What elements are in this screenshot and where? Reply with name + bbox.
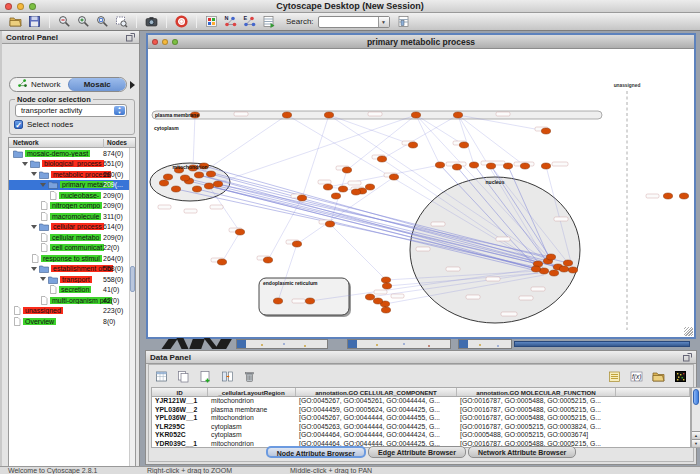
select-nodes-checkbox[interactable]: ✓ [14, 120, 23, 129]
help-icon[interactable] [174, 14, 189, 29]
float-panel-icon[interactable] [126, 33, 135, 42]
scroll-up-icon[interactable]: ▲ [692, 431, 700, 439]
background-window-fragment[interactable] [163, 337, 233, 349]
graph-node[interactable] [435, 162, 444, 168]
graph-node[interactable] [171, 186, 180, 192]
graph-node[interactable] [365, 184, 374, 190]
delete-attribute-icon[interactable] [242, 369, 257, 384]
graph-node[interactable] [452, 164, 461, 170]
search-input[interactable]: ▼ [318, 16, 390, 28]
graph-node[interactable] [338, 186, 347, 192]
graph-node[interactable] [365, 294, 374, 300]
disclosure-triangle-icon[interactable] [22, 162, 28, 166]
tab-edge-attribute-browser[interactable]: Edge Attribute Browser [368, 446, 466, 458]
disclosure-triangle-icon[interactable] [31, 172, 37, 176]
matrix-view-icon[interactable] [673, 369, 688, 384]
tree-row[interactable]: nucleobase-209(0) [9, 190, 135, 201]
attribute-table[interactable]: ID_cellularLayoutRegionannotation.GO CEL… [151, 387, 691, 448]
tree-row[interactable]: mosaic-demo-yeast874(0) [9, 148, 135, 159]
tree-row[interactable]: nitrogen compo209(0) [9, 201, 135, 212]
background-window-fragment[interactable] [236, 339, 328, 349]
graph-node[interactable] [323, 184, 332, 190]
graph-node[interactable] [408, 142, 417, 148]
tree-row[interactable]: macromolecule311(0) [9, 211, 135, 222]
graph-node[interactable] [235, 229, 244, 235]
column-header[interactable]: ID [152, 388, 208, 396]
graph-node[interactable] [180, 175, 189, 181]
open-icon[interactable] [8, 14, 23, 29]
new-attribute-icon[interactable] [198, 369, 213, 384]
graph-node[interactable] [679, 193, 688, 199]
graph-node[interactable] [351, 189, 360, 195]
graph-node[interactable] [263, 257, 272, 263]
graph-node[interactable] [297, 195, 306, 201]
layout-nodes-icon[interactable]: N [223, 14, 238, 29]
table-row[interactable]: YKR052Ccytoplasm[GO:0044464, GO:0044444,… [152, 431, 690, 440]
disclosure-triangle-icon[interactable] [31, 267, 37, 271]
table-row[interactable]: YLR295Ccytoplasm[GO:0045263, GO:0044444,… [152, 423, 690, 432]
graph-node[interactable] [324, 112, 333, 118]
graph-node[interactable] [520, 163, 529, 169]
attribute-setup-icon[interactable] [396, 14, 411, 29]
snapshot-icon[interactable] [144, 14, 159, 29]
tab-node-attribute-browser[interactable]: Node Attribute Browser [266, 446, 366, 458]
column-header[interactable]: annotation.GO MOLECULAR_FUNCTION [457, 388, 616, 396]
table-row[interactable]: YPL036W__2plasma membrane[GO:0044459, GO… [152, 406, 690, 415]
graph-node[interactable] [486, 163, 495, 169]
background-window-fragment[interactable] [458, 339, 512, 349]
zoom-selected-icon[interactable] [114, 14, 129, 29]
search-dropdown-arrow[interactable]: ▼ [378, 17, 389, 27]
graph-node[interactable] [546, 254, 555, 260]
graph-node[interactable] [453, 112, 462, 118]
formula-builder-icon[interactable]: f(x) [629, 369, 644, 384]
attribute-list-icon[interactable] [607, 369, 622, 384]
tree-scrollbar[interactable] [129, 148, 135, 474]
graph-node[interactable] [217, 259, 226, 265]
graph-node[interactable] [381, 307, 390, 313]
graph-node[interactable] [163, 174, 172, 180]
graph-node[interactable] [292, 241, 301, 247]
zoom-out-icon[interactable] [57, 14, 72, 29]
vizmapper-icon[interactable] [204, 14, 219, 29]
graph-node[interactable] [382, 283, 391, 289]
color-attribute-dropdown[interactable]: transporter activity ▲▼ [15, 104, 127, 117]
graph-node[interactable] [541, 163, 550, 169]
disclosure-triangle-icon[interactable] [40, 277, 46, 281]
graph-node[interactable] [568, 267, 577, 273]
graph-node[interactable] [663, 193, 672, 199]
graph-node[interactable] [342, 167, 351, 173]
graph-node[interactable] [159, 180, 168, 186]
tree-row[interactable]: unassigned223(0) [9, 306, 135, 317]
graph-node[interactable] [469, 162, 478, 168]
graph-node[interactable] [373, 298, 382, 304]
graph-node[interactable] [563, 260, 572, 266]
graph-node[interactable] [206, 171, 215, 177]
column-header[interactable]: annotation.GO CELLULAR_COMPONENT [296, 388, 457, 396]
select-attributes-icon[interactable] [154, 369, 169, 384]
graph-node[interactable] [541, 128, 550, 134]
tree-row[interactable]: cellular process614(0) [9, 222, 135, 233]
background-window-fragment[interactable] [347, 339, 451, 349]
tab-network[interactable]: Network [10, 78, 68, 91]
import-table-icon[interactable] [261, 14, 276, 29]
tree-row[interactable]: establishment of lo558(0) [9, 264, 135, 275]
resize-grip[interactable] [684, 327, 693, 336]
tree-row[interactable]: cell communicat22(0) [9, 243, 135, 254]
disclosure-triangle-icon[interactable] [40, 183, 46, 187]
column-mapping-icon[interactable] [220, 369, 235, 384]
column-header[interactable]: _cellularLayoutRegion [208, 388, 296, 396]
graph-node[interactable] [213, 181, 222, 187]
network-window-titlebar[interactable]: primary metabolic process [148, 35, 694, 49]
scroll-down-icon[interactable]: ▼ [692, 439, 700, 447]
layout-edges-icon[interactable]: E [242, 14, 257, 29]
tree-row[interactable]: multi-organism pro42(0) [9, 295, 135, 306]
graph-node[interactable] [204, 183, 213, 189]
table-row[interactable]: YJR121W__1mitochondrion[GO:0045267, GO:0… [152, 397, 690, 406]
graph-node[interactable] [549, 270, 558, 276]
tree-row[interactable]: transport558(0) [9, 274, 135, 285]
graph-node[interactable] [273, 298, 282, 304]
graph-node[interactable] [503, 163, 512, 169]
graph-node[interactable] [192, 186, 201, 192]
tree-row[interactable]: primary metabo209(... [9, 180, 135, 191]
zoom-fit-icon[interactable] [95, 14, 110, 29]
